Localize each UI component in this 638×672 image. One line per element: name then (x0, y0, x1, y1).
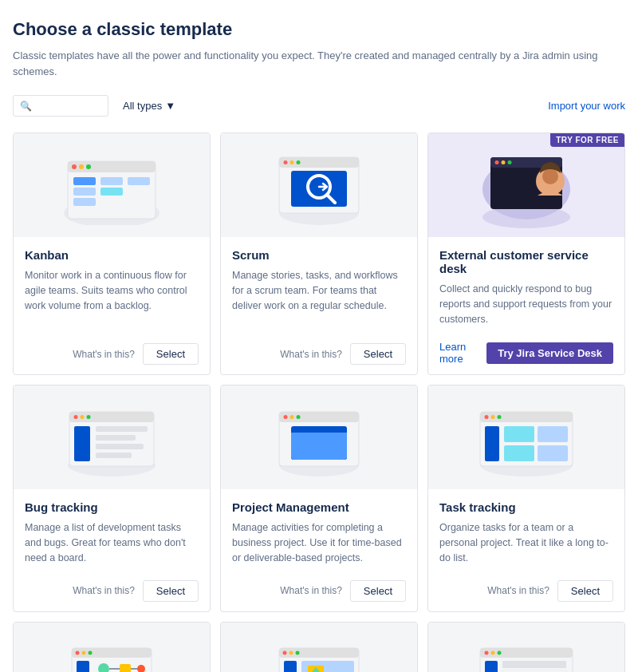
whats-in-link-scrum[interactable]: What's in this? (280, 349, 342, 360)
svg-rect-7 (73, 188, 96, 196)
card-bug-tracking: Bug tracking Manage a list of developmen… (13, 385, 211, 611)
card-desc-project-management: Manage activities for completing a busin… (232, 520, 406, 565)
svg-point-90 (491, 650, 495, 654)
card-recruitment: Recruitment Monitor candidates from appl… (427, 622, 625, 673)
svg-point-52 (485, 415, 489, 419)
card-desc-service-desk: Collect and quickly respond to bug repor… (439, 282, 613, 326)
filter-dropdown[interactable]: All types ▼ (116, 96, 182, 116)
svg-rect-59 (538, 445, 568, 461)
card-image-task-tracking (428, 385, 624, 489)
svg-rect-8 (73, 198, 96, 206)
select-button-project-management[interactable]: Select (350, 580, 406, 602)
whats-in-link-project-management[interactable]: What's in this? (280, 585, 342, 596)
svg-point-79 (289, 650, 293, 654)
content-management-illustration (271, 638, 367, 673)
whats-in-link-task-tracking[interactable]: What's in this? (487, 585, 549, 596)
card-service-desk: TRY FOR FREE (427, 132, 625, 375)
search-input[interactable] (32, 100, 96, 112)
card-image-kanban (14, 133, 210, 237)
card-image-project-management (221, 385, 417, 489)
kanban-illustration (56, 145, 167, 225)
process-control-illustration (64, 638, 160, 673)
svg-point-3 (72, 164, 77, 169)
learn-more-link[interactable]: Learn more (439, 341, 478, 365)
svg-rect-81 (284, 661, 297, 673)
card-kanban: Kanban Monitor work in a continuous flow… (13, 132, 211, 375)
card-title-bug-tracking: Bug tracking (25, 500, 199, 514)
card-footer-task-tracking: What's in this? Select (428, 572, 624, 611)
whats-in-link-bug-tracking[interactable]: What's in this? (73, 585, 135, 596)
svg-point-53 (491, 415, 495, 419)
card-footer-project-management: What's in this? Select (221, 572, 417, 611)
chevron-down-icon: ▼ (165, 100, 175, 112)
import-link[interactable]: Import your work (548, 100, 625, 112)
svg-point-54 (498, 415, 502, 419)
card-title-service-desk: External customer service desk (439, 248, 613, 275)
svg-rect-55 (485, 426, 499, 461)
svg-rect-58 (538, 426, 568, 442)
svg-point-63 (76, 650, 80, 654)
select-button-kanban[interactable]: Select (143, 343, 199, 365)
select-button-scrum[interactable]: Select (350, 343, 406, 365)
svg-point-78 (283, 650, 287, 654)
svg-point-34 (74, 415, 78, 419)
svg-point-16 (290, 160, 294, 164)
card-task-tracking: Task tracking Organize tasks for a team … (427, 385, 625, 611)
card-body-bug-tracking: Bug tracking Manage a list of developmen… (14, 489, 210, 571)
svg-rect-39 (96, 435, 136, 441)
whats-in-link-kanban[interactable]: What's in this? (73, 349, 135, 360)
card-desc-scrum: Manage stories, tasks, and workflows for… (232, 268, 406, 329)
card-footer-bug-tracking: What's in this? Select (14, 572, 210, 611)
template-grid: Kanban Monitor work in a continuous flow… (13, 132, 625, 672)
svg-point-80 (296, 650, 300, 654)
svg-rect-57 (504, 445, 534, 461)
svg-rect-37 (74, 426, 90, 461)
card-desc-task-tracking: Organize tasks for a team or a personal … (439, 520, 613, 565)
card-scrum: Scrum Manage stories, tasks, and workflo… (220, 132, 418, 375)
toolbar-left: 🔍 All types ▼ (13, 95, 182, 117)
card-body-kanban: Kanban Monitor work in a continuous flow… (14, 237, 210, 335)
project-management-illustration (271, 397, 367, 477)
card-title-task-tracking: Task tracking (439, 500, 613, 514)
svg-point-91 (498, 650, 502, 654)
page-title: Choose a classic template (13, 19, 625, 40)
toolbar: 🔍 All types ▼ Import your work (13, 95, 625, 117)
task-tracking-illustration (471, 397, 582, 477)
recruitment-illustration (471, 638, 582, 673)
svg-point-65 (89, 650, 93, 654)
svg-point-4 (79, 164, 84, 169)
scrum-illustration (271, 145, 367, 225)
card-desc-kanban: Monitor work in a continuous flow for ag… (25, 268, 199, 329)
page-container: Choose a classic template Classic templa… (0, 0, 638, 672)
search-box[interactable]: 🔍 (13, 95, 108, 117)
select-button-task-tracking[interactable]: Select (557, 580, 613, 602)
card-body-task-tracking: Task tracking Organize tasks for a team … (428, 489, 624, 571)
card-image-bug-tracking (14, 385, 210, 489)
search-icon: 🔍 (20, 101, 32, 112)
svg-point-28 (508, 160, 512, 164)
card-footer-scrum: What's in this? Select (221, 335, 417, 374)
svg-rect-69 (120, 664, 131, 673)
svg-point-30 (542, 168, 558, 184)
card-image-service-desk: TRY FOR FREE (428, 133, 624, 237)
page-subtitle: Classic templates have all the power and… (13, 48, 625, 79)
card-body-scrum: Scrum Manage stories, tasks, and workflo… (221, 237, 417, 335)
card-project-management: Project Management Manage activities for… (220, 385, 418, 611)
card-image-recruitment (428, 623, 624, 673)
svg-point-89 (485, 650, 489, 654)
card-body-project-management: Project Management Manage activities for… (221, 489, 417, 571)
card-desc-bug-tracking: Manage a list of development tasks and b… (25, 520, 199, 565)
svg-point-17 (297, 160, 301, 164)
card-title-scrum: Scrum (232, 248, 406, 262)
svg-point-15 (284, 160, 288, 164)
card-content-management: Content management Manage the content li… (220, 622, 418, 673)
bug-tracking-illustration (60, 397, 163, 477)
svg-rect-9 (100, 177, 123, 185)
try-service-desk-button[interactable]: Try Jira Service Desk (486, 342, 613, 364)
svg-point-26 (495, 160, 499, 164)
svg-rect-93 (502, 661, 566, 668)
select-button-bug-tracking[interactable]: Select (143, 580, 199, 602)
svg-rect-11 (128, 177, 150, 185)
card-body-service-desk: External customer service desk Collect a… (428, 237, 624, 333)
svg-point-36 (87, 415, 91, 419)
